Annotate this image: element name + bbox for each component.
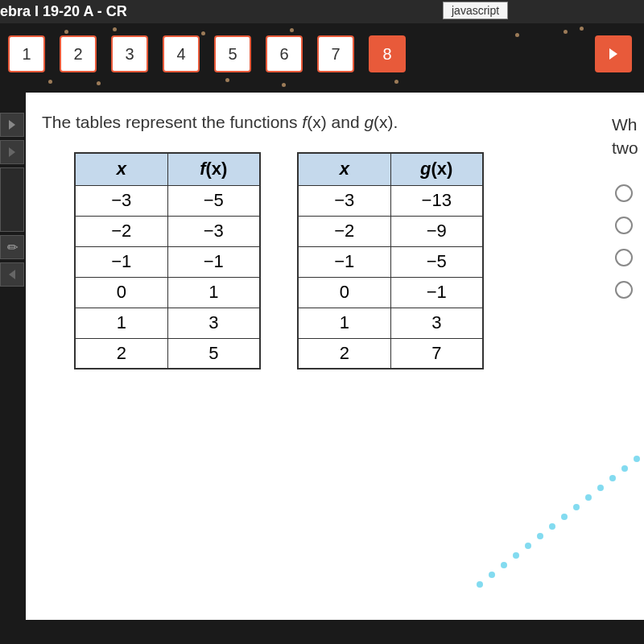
radio-option-3[interactable] — [615, 249, 633, 266]
answer-panel: Wh two — [612, 113, 644, 299]
table-row: 01 — [75, 277, 260, 308]
triangle-icon — [9, 147, 15, 157]
table-fx: x f(x) −3−5 −2−3 −1−1 01 13 25 — [74, 152, 261, 369]
page-header: ebra I 19-20 A - CR — [0, 0, 644, 23]
triangle2-icon — [9, 270, 15, 279]
table-row: 25 — [75, 338, 260, 369]
left-toolbar: ✎ — [0, 113, 26, 287]
table-row: −1−1 — [75, 246, 260, 277]
nav-question-4[interactable]: 4 — [163, 35, 200, 72]
table-gx-header-x: x — [298, 153, 390, 185]
table-fx-header-x: x — [75, 153, 167, 185]
nav-question-8[interactable]: 8 — [369, 35, 406, 72]
pen-icon: ✎ — [3, 238, 22, 257]
table-row: −3−5 — [75, 185, 260, 216]
tool-arrow[interactable] — [0, 113, 24, 137]
question-text: The tables represent the functions f(x) … — [42, 113, 644, 132]
answer-partial-text-2: two — [612, 136, 644, 159]
table-row: −3−13 — [298, 185, 483, 216]
nav-next-button[interactable] — [595, 35, 632, 72]
table-fx-header-fx: f(x) — [167, 153, 260, 185]
nav-question-7[interactable]: 7 — [317, 35, 354, 72]
arrow-icon — [9, 120, 15, 130]
table-row: −1−5 — [298, 246, 483, 277]
tool-triangle[interactable] — [0, 140, 24, 164]
table-gx-header-gx: g(x) — [390, 153, 483, 185]
table-row: 13 — [298, 308, 483, 338]
nav-question-6[interactable]: 6 — [266, 35, 303, 72]
content-area: The tables represent the functions f(x) … — [26, 93, 644, 620]
nav-question-1[interactable]: 1 — [8, 35, 45, 72]
tool-separator — [0, 167, 24, 232]
radio-option-2[interactable] — [615, 217, 633, 234]
table-gx: x g(x) −3−13 −2−9 −1−5 0−1 13 27 — [297, 152, 484, 369]
nav-question-5[interactable]: 5 — [214, 35, 251, 72]
question-nav: 1 2 3 4 5 6 7 8 — [0, 23, 644, 93]
table-row: −2−9 — [298, 216, 483, 246]
tool-triangle2[interactable] — [0, 262, 24, 287]
answer-partial-text-1: Wh — [612, 113, 644, 136]
nav-question-2[interactable]: 2 — [60, 35, 97, 72]
table-row: 0−1 — [298, 277, 483, 308]
chevron-right-icon — [609, 48, 617, 60]
nav-question-3[interactable]: 3 — [111, 35, 148, 72]
table-row: 27 — [298, 338, 483, 369]
tables-container: x f(x) −3−5 −2−3 −1−1 01 13 25 x g(x) −3… — [74, 152, 644, 369]
radio-option-4[interactable] — [615, 281, 633, 299]
radio-option-1[interactable] — [615, 184, 633, 202]
course-title: ebra I 19-20 A - CR — [0, 3, 127, 19]
javascript-badge: javascript — [443, 2, 508, 19]
tool-pen[interactable]: ✎ — [0, 235, 24, 259]
table-row: 13 — [75, 308, 260, 338]
table-row: −2−3 — [75, 216, 260, 246]
